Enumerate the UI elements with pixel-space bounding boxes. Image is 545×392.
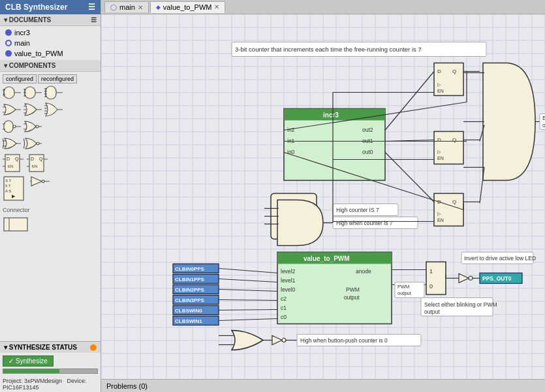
comp-row-xor (3, 136, 98, 151)
tab-value-to-pwm[interactable]: ◆ value_to_PWM ✕ (150, 1, 226, 13)
svg-text:S T: S T (5, 179, 12, 183)
and2-gate[interactable] (3, 85, 22, 100)
xor2-gate[interactable] (3, 136, 22, 151)
problems-bar: Problems (0) (101, 379, 545, 392)
svg-line-129 (219, 310, 277, 310)
svg-text:Blinking: Blinking (542, 115, 545, 121)
svg-text:Q: Q (452, 68, 456, 74)
svg-text:c0: c0 (281, 314, 287, 320)
svg-rect-67 (4, 218, 27, 231)
documents-list: incr3 main value_to_PWM (0, 26, 101, 60)
tab-value-icon: ◆ (156, 4, 161, 10)
doc-item-value-to-pwm[interactable]: value_to_PWM (0, 48, 101, 59)
svg-text:PWM: PWM (397, 284, 409, 290)
and3-gate[interactable] (23, 85, 43, 100)
tab-main[interactable]: ◯ main ✕ (104, 1, 149, 12)
connector-component[interactable] (3, 215, 29, 234)
inv-component[interactable] (30, 175, 53, 187)
or2-gate[interactable] (3, 102, 22, 117)
components-section-header[interactable]: ▾ COMPONENTS (0, 60, 101, 72)
main-area: ◯ main ✕ ◆ value_to_PWM ✕ 3-bit counter … (101, 0, 545, 392)
svg-text:EN: EN (437, 218, 444, 222)
comp-row-connector (3, 215, 98, 234)
doc-item-incr3[interactable]: incr3 (0, 27, 101, 38)
xnor2-gate[interactable] (23, 136, 43, 151)
svg-rect-30 (4, 121, 13, 132)
svg-text:CLBIN3PPS: CLBIN3PPS (175, 297, 205, 303)
svg-text:1: 1 (429, 268, 433, 275)
sidebar: CLB Synthesizer ☰ ▾ DOCUMENTS ☰ incr3 ma… (0, 0, 101, 392)
svg-rect-0 (4, 87, 14, 98)
svg-point-42 (37, 142, 39, 145)
svg-text:Q: Q (452, 137, 456, 143)
annotation-text: 3-bit counter that increments each time … (235, 46, 422, 53)
or3-gate[interactable] (23, 102, 43, 117)
svg-line-173 (480, 168, 484, 204)
svg-text:0: 0 (429, 283, 433, 290)
svg-text:EN: EN (437, 156, 444, 160)
doc-item-main[interactable]: main (0, 38, 101, 48)
svg-text:out1: out1 (362, 138, 373, 144)
nand2-gate[interactable] (3, 119, 22, 134)
synth-content: ✓ Synthesize (0, 353, 101, 376)
svg-line-127 (219, 290, 277, 292)
svg-rect-5 (25, 87, 35, 98)
svg-text:CLBIN0PPS: CLBIN0PPS (175, 266, 205, 272)
svg-text:Invert to drive active low LED: Invert to drive active low LED (464, 255, 536, 262)
doc-icon-v (5, 29, 12, 36)
dff-component[interactable]: DQEN (3, 153, 25, 173)
reconfigured-btn[interactable]: reconfigured (38, 74, 77, 83)
svg-point-35 (36, 125, 39, 128)
svg-text:EN: EN (32, 164, 37, 168)
svg-text:Q: Q (452, 199, 456, 205)
svg-line-130 (219, 319, 277, 321)
synthesize-button[interactable]: ✓ Synthesize (3, 355, 54, 367)
app-title: CLB Synthesizer ☰ (0, 0, 101, 14)
svg-point-167 (282, 339, 286, 342)
doc-icon-o (5, 40, 12, 46)
svg-point-159 (469, 277, 473, 280)
docs-section-header[interactable]: ▾ DOCUMENTS ☰ (0, 14, 101, 26)
svg-text:A S: A S (5, 189, 11, 193)
nor2-gate[interactable] (23, 119, 43, 134)
project-info: Project: 3xPWMdesign Device: PIC16F13145 (0, 376, 101, 392)
tab-main-close[interactable]: ✕ (138, 4, 143, 11)
or4-gate[interactable] (44, 102, 64, 117)
svg-text:CLBIN1PPS: CLBIN1PPS (175, 277, 205, 282)
progress-bar (3, 369, 59, 373)
svg-text:output: output (424, 309, 440, 315)
incr3-title: incr3 (323, 112, 339, 119)
dff2-component[interactable]: DQEN (27, 153, 50, 173)
svg-text:D: D (7, 157, 10, 161)
configured-btn[interactable]: configured (3, 74, 37, 83)
svg-text:level2: level2 (281, 268, 295, 275)
svg-text:CLBIN2PPS: CLBIN2PPS (175, 287, 205, 293)
svg-rect-11 (46, 86, 56, 99)
synth-status-dot (90, 344, 97, 351)
svg-text:level1: level1 (281, 277, 295, 284)
comp-row-and (3, 85, 98, 100)
value-to-pwm-title: value_to_PWM (304, 255, 350, 262)
and4-gate[interactable] (44, 85, 64, 100)
counter-component[interactable]: S T5 TA S▶ (3, 175, 29, 202)
svg-text:out2: out2 (362, 127, 373, 133)
svg-line-126 (219, 279, 277, 282)
svg-text:EN: EN (8, 164, 13, 168)
docs-menu-icon[interactable]: ☰ (91, 16, 97, 23)
comp-toolbar: configured reconfigured (3, 74, 98, 83)
tab-bar: ◯ main ✕ ◆ value_to_PWM ✕ (101, 0, 545, 14)
svg-text:output: output (397, 290, 412, 296)
svg-text:High when counter is 7: High when counter is 7 (336, 220, 393, 226)
synthesize-section: ▾ SYNTHESIZE STATUS ✓ Synthesize (0, 341, 101, 376)
comp-row-dff: DQEN DQEN (3, 153, 98, 173)
tab-value-close[interactable]: ✕ (214, 3, 219, 10)
svg-text:c1: c1 (281, 305, 287, 311)
sidebar-menu-icon[interactable]: ☰ (88, 3, 95, 12)
svg-text:output: output (344, 294, 360, 301)
svg-text:Select either blinking or PWM: Select either blinking or PWM (424, 301, 497, 308)
svg-text:CLBSWIN0: CLBSWIN0 (175, 308, 202, 314)
synth-progress (3, 369, 98, 374)
svg-text:PPS_OUT0: PPS_OUT0 (482, 275, 512, 282)
svg-text:D: D (437, 137, 441, 143)
svg-text:Q: Q (15, 157, 19, 162)
